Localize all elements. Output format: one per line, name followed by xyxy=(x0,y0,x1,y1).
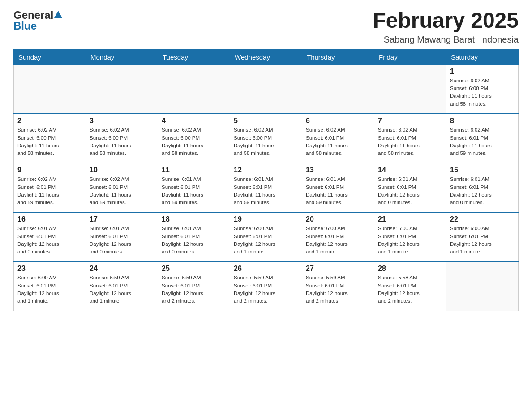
day-number: 1 xyxy=(450,68,515,76)
calendar-cell: 16Sunrise: 6:01 AM Sunset: 6:01 PM Dayli… xyxy=(14,212,86,261)
day-info: Sunrise: 6:02 AM Sunset: 6:00 PM Dayligh… xyxy=(162,126,226,157)
svg-marker-0 xyxy=(54,11,62,18)
location-text: Sabang Mawang Barat, Indonesia xyxy=(373,34,519,45)
calendar-week-row: 23Sunrise: 6:00 AM Sunset: 6:01 PM Dayli… xyxy=(14,261,519,311)
day-info: Sunrise: 6:02 AM Sunset: 6:01 PM Dayligh… xyxy=(90,176,154,206)
day-info: Sunrise: 6:01 AM Sunset: 6:01 PM Dayligh… xyxy=(90,225,154,256)
day-info: Sunrise: 5:59 AM Sunset: 6:01 PM Dayligh… xyxy=(234,274,298,305)
calendar-cell: 6Sunrise: 6:02 AM Sunset: 6:01 PM Daylig… xyxy=(302,114,374,163)
calendar-cell: 18Sunrise: 6:01 AM Sunset: 6:01 PM Dayli… xyxy=(158,212,230,261)
calendar-cell: 21Sunrise: 6:00 AM Sunset: 6:01 PM Dayli… xyxy=(374,212,446,261)
weekday-header-row: SundayMondayTuesdayWednesdayThursdayFrid… xyxy=(14,49,519,64)
calendar-cell: 13Sunrise: 6:01 AM Sunset: 6:01 PM Dayli… xyxy=(302,163,374,212)
calendar-cell: 22Sunrise: 6:00 AM Sunset: 6:01 PM Dayli… xyxy=(446,212,519,261)
day-number: 4 xyxy=(162,117,226,125)
calendar-cell: 25Sunrise: 5:59 AM Sunset: 6:01 PM Dayli… xyxy=(158,261,230,311)
day-number: 28 xyxy=(378,265,442,273)
day-info: Sunrise: 6:02 AM Sunset: 6:00 PM Dayligh… xyxy=(90,126,154,157)
weekday-header-monday: Monday xyxy=(86,49,158,64)
logo-blue-text: Blue xyxy=(13,20,37,32)
day-number: 26 xyxy=(234,265,298,273)
logo-triangle-icon xyxy=(54,11,62,20)
calendar-cell: 10Sunrise: 6:02 AM Sunset: 6:01 PM Dayli… xyxy=(86,163,158,212)
day-info: Sunrise: 6:02 AM Sunset: 6:01 PM Dayligh… xyxy=(17,176,82,206)
calendar-cell xyxy=(230,64,302,114)
title-block: February 2025 Sabang Mawang Barat, Indon… xyxy=(373,9,519,45)
day-info: Sunrise: 6:02 AM Sunset: 6:00 PM Dayligh… xyxy=(234,126,298,157)
day-info: Sunrise: 5:59 AM Sunset: 6:01 PM Dayligh… xyxy=(306,274,370,305)
calendar-cell: 27Sunrise: 5:59 AM Sunset: 6:01 PM Dayli… xyxy=(302,261,374,311)
calendar-cell: 15Sunrise: 6:01 AM Sunset: 6:01 PM Dayli… xyxy=(446,163,519,212)
calendar-cell: 7Sunrise: 6:02 AM Sunset: 6:01 PM Daylig… xyxy=(374,114,446,163)
day-number: 21 xyxy=(378,215,442,223)
weekday-header-saturday: Saturday xyxy=(446,49,519,64)
calendar-cell: 17Sunrise: 6:01 AM Sunset: 6:01 PM Dayli… xyxy=(86,212,158,261)
day-info: Sunrise: 6:00 AM Sunset: 6:01 PM Dayligh… xyxy=(378,225,442,256)
calendar-cell xyxy=(446,261,519,311)
calendar-cell: 28Sunrise: 5:58 AM Sunset: 6:01 PM Dayli… xyxy=(374,261,446,311)
calendar-cell: 20Sunrise: 6:00 AM Sunset: 6:01 PM Dayli… xyxy=(302,212,374,261)
day-info: Sunrise: 6:00 AM Sunset: 6:01 PM Dayligh… xyxy=(306,225,370,256)
day-number: 13 xyxy=(306,166,370,174)
day-number: 18 xyxy=(162,215,226,223)
day-number: 23 xyxy=(17,265,82,273)
day-number: 16 xyxy=(17,215,82,223)
calendar-cell: 8Sunrise: 6:02 AM Sunset: 6:01 PM Daylig… xyxy=(446,114,519,163)
day-number: 14 xyxy=(378,166,442,174)
calendar-cell xyxy=(86,64,158,114)
calendar-cell: 5Sunrise: 6:02 AM Sunset: 6:00 PM Daylig… xyxy=(230,114,302,163)
day-number: 12 xyxy=(234,166,298,174)
weekday-header-friday: Friday xyxy=(374,49,446,64)
day-number: 17 xyxy=(90,215,154,223)
day-number: 8 xyxy=(450,117,515,125)
calendar-cell: 4Sunrise: 6:02 AM Sunset: 6:00 PM Daylig… xyxy=(158,114,230,163)
day-info: Sunrise: 5:58 AM Sunset: 6:01 PM Dayligh… xyxy=(378,274,442,305)
calendar-week-row: 9Sunrise: 6:02 AM Sunset: 6:01 PM Daylig… xyxy=(14,163,519,212)
calendar-cell xyxy=(158,64,230,114)
day-number: 27 xyxy=(306,265,370,273)
calendar-cell xyxy=(14,64,86,114)
calendar-cell: 14Sunrise: 6:01 AM Sunset: 6:01 PM Dayli… xyxy=(374,163,446,212)
day-info: Sunrise: 6:00 AM Sunset: 6:01 PM Dayligh… xyxy=(450,225,515,256)
calendar-cell: 26Sunrise: 5:59 AM Sunset: 6:01 PM Dayli… xyxy=(230,261,302,311)
day-number: 19 xyxy=(234,215,298,223)
day-info: Sunrise: 6:00 AM Sunset: 6:01 PM Dayligh… xyxy=(17,274,82,305)
weekday-header-sunday: Sunday xyxy=(14,49,86,64)
calendar-cell: 2Sunrise: 6:02 AM Sunset: 6:00 PM Daylig… xyxy=(14,114,86,163)
day-info: Sunrise: 6:02 AM Sunset: 6:01 PM Dayligh… xyxy=(306,126,370,157)
day-number: 9 xyxy=(17,166,82,174)
calendar-cell: 23Sunrise: 6:00 AM Sunset: 6:01 PM Dayli… xyxy=(14,261,86,311)
day-info: Sunrise: 6:01 AM Sunset: 6:01 PM Dayligh… xyxy=(162,225,226,256)
day-number: 20 xyxy=(306,215,370,223)
calendar-cell: 19Sunrise: 6:00 AM Sunset: 6:01 PM Dayli… xyxy=(230,212,302,261)
calendar-week-row: 2Sunrise: 6:02 AM Sunset: 6:00 PM Daylig… xyxy=(14,114,519,163)
day-info: Sunrise: 6:01 AM Sunset: 6:01 PM Dayligh… xyxy=(17,225,82,256)
calendar-cell: 11Sunrise: 6:01 AM Sunset: 6:01 PM Dayli… xyxy=(158,163,230,212)
calendar-cell: 12Sunrise: 6:01 AM Sunset: 6:01 PM Dayli… xyxy=(230,163,302,212)
day-info: Sunrise: 6:02 AM Sunset: 6:01 PM Dayligh… xyxy=(450,126,515,157)
calendar-cell: 9Sunrise: 6:02 AM Sunset: 6:01 PM Daylig… xyxy=(14,163,86,212)
day-info: Sunrise: 6:01 AM Sunset: 6:01 PM Dayligh… xyxy=(306,176,370,206)
day-info: Sunrise: 6:01 AM Sunset: 6:01 PM Dayligh… xyxy=(162,176,226,206)
day-number: 22 xyxy=(450,215,515,223)
weekday-header-tuesday: Tuesday xyxy=(158,49,230,64)
calendar-cell: 24Sunrise: 5:59 AM Sunset: 6:01 PM Dayli… xyxy=(86,261,158,311)
day-info: Sunrise: 5:59 AM Sunset: 6:01 PM Dayligh… xyxy=(90,274,154,305)
day-info: Sunrise: 5:59 AM Sunset: 6:01 PM Dayligh… xyxy=(162,274,226,305)
day-number: 11 xyxy=(162,166,226,174)
day-info: Sunrise: 6:01 AM Sunset: 6:01 PM Dayligh… xyxy=(450,176,515,206)
day-info: Sunrise: 6:01 AM Sunset: 6:01 PM Dayligh… xyxy=(378,176,442,206)
day-number: 6 xyxy=(306,117,370,125)
calendar-cell: 3Sunrise: 6:02 AM Sunset: 6:00 PM Daylig… xyxy=(86,114,158,163)
day-number: 2 xyxy=(17,117,82,125)
calendar-table: SundayMondayTuesdayWednesdayThursdayFrid… xyxy=(13,49,519,311)
calendar-week-row: 1Sunrise: 6:02 AM Sunset: 6:00 PM Daylig… xyxy=(14,64,519,114)
day-info: Sunrise: 6:02 AM Sunset: 6:00 PM Dayligh… xyxy=(17,126,82,157)
calendar-cell: 1Sunrise: 6:02 AM Sunset: 6:00 PM Daylig… xyxy=(446,64,519,114)
day-number: 10 xyxy=(90,166,154,174)
day-info: Sunrise: 6:01 AM Sunset: 6:01 PM Dayligh… xyxy=(234,176,298,206)
month-title: February 2025 xyxy=(373,9,519,33)
day-number: 15 xyxy=(450,166,515,174)
page-header: General Blue February 2025 Sabang Mawang… xyxy=(13,9,519,45)
calendar-cell xyxy=(374,64,446,114)
